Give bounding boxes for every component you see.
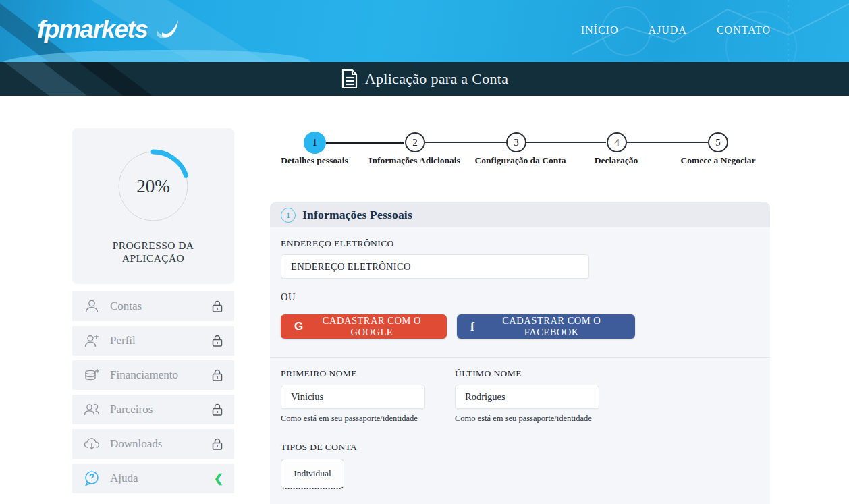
personal-info-panel: 1 Informações Pessoais ENDEREÇO ELETRÔNI… <box>270 202 770 504</box>
email-input[interactable] <box>281 254 589 279</box>
step-5-label: Comece a Negociar <box>681 155 756 166</box>
step-4-circle[interactable]: 4 <box>607 132 627 152</box>
account-types-label: TIPOS DE CONTA <box>281 442 759 453</box>
nav-inicio[interactable]: INÍCIO <box>581 24 619 36</box>
facebook-signup-button[interactable]: f CADASTRAR COM O FACEBOOK <box>457 314 635 339</box>
first-name-field: PRIMEIRO NOME Como está em seu passaport… <box>281 368 435 424</box>
lock-icon <box>211 403 223 416</box>
step-connector <box>627 142 708 143</box>
logo-swoosh-icon <box>151 15 181 45</box>
fpmarkets-logo[interactable]: fpmarkets <box>37 15 181 45</box>
sidebar-item-contas[interactable]: Contas <box>72 291 234 321</box>
account-type-individual[interactable]: Individual <box>281 459 344 489</box>
google-g-icon: G <box>294 320 304 333</box>
progress-percent: 20% <box>113 146 194 227</box>
section-header: 1 Informações Pessoais <box>270 202 770 227</box>
application-progress-card: 20% PROGRESSO DA APLICAÇÃO <box>72 128 234 283</box>
section-divider <box>270 357 770 358</box>
lock-icon <box>211 368 223 382</box>
sidebar-item-label: Financiamento <box>110 368 211 382</box>
section-body: ENDEREÇO ELETRÔNICO OU G CADASTRAR COM O… <box>270 227 770 500</box>
section-number-badge: 1 <box>281 208 296 223</box>
step-3-circle[interactable]: 3 <box>506 132 526 152</box>
sidebar-menu: Contas Perfil Financiamento <box>72 291 234 498</box>
progress-donut: 20% <box>113 146 194 227</box>
step-connector <box>526 142 606 143</box>
progress-caption: PROGRESSO DA APLICAÇÃO <box>72 239 234 265</box>
page-title: Aplicação para a Conta <box>365 70 508 88</box>
sidebar-item-ajuda[interactable]: Ajuda ❮ <box>72 464 234 493</box>
or-label: OU <box>281 291 759 303</box>
lock-icon <box>211 300 223 313</box>
step-5-circle[interactable]: 5 <box>708 132 728 152</box>
nav-contato[interactable]: CONTATO <box>717 24 771 36</box>
sidebar-item-label: Parceiros <box>110 403 211 416</box>
user-icon <box>83 298 101 315</box>
step-connector <box>326 142 404 144</box>
coins-plus-icon <box>83 366 101 384</box>
email-label: ENDEREÇO ELETRÔNICO <box>281 238 759 249</box>
last-name-label: ÚLTIMO NOME <box>455 368 609 379</box>
last-name-input[interactable] <box>455 385 599 409</box>
step-3-label: Configuração da Conta <box>474 155 566 166</box>
facebook-button-label: CADASTRAR COM O FACEBOOK <box>482 315 622 338</box>
sidebar-item-label: Contas <box>110 300 211 313</box>
banner-light-streak <box>0 62 314 96</box>
step-number: 2 <box>412 137 418 148</box>
document-icon <box>341 69 358 89</box>
name-fields-row: PRIMEIRO NOME Como está em seu passaport… <box>281 368 759 424</box>
user-plus-icon <box>83 332 101 349</box>
step-number: 3 <box>514 137 519 148</box>
top-navigation: INÍCIO AJUDA CONTATO <box>581 24 771 36</box>
step-number: 5 <box>715 137 721 148</box>
step-2-label: Informações Adicionais <box>368 155 460 166</box>
google-button-label: CADASTRAR COM O GOOGLE <box>310 315 433 338</box>
facebook-f-icon: f <box>470 320 475 334</box>
chevron-left-icon: ❮ <box>214 473 223 484</box>
step-1-circle[interactable]: 1 <box>304 132 326 154</box>
sidebar-item-downloads[interactable]: Downloads <box>72 429 234 459</box>
step-connector <box>425 142 506 143</box>
step-number: 4 <box>614 137 620 148</box>
step-number: 1 <box>312 137 318 148</box>
lock-icon <box>211 437 223 451</box>
social-signup-row: G CADASTRAR COM O GOOGLE f CADASTRAR COM… <box>281 314 759 339</box>
logo-text: fpmarkets <box>37 16 147 44</box>
sidebar-item-label: Ajuda <box>110 472 214 485</box>
cloud-download-icon <box>83 435 101 453</box>
nav-ajuda[interactable]: AJUDA <box>648 24 686 36</box>
section-title: Informações Pessoais <box>302 208 412 222</box>
lock-icon <box>211 334 223 347</box>
top-header: fpmarkets INÍCIO AJUDA CONTATO <box>0 0 849 62</box>
help-bubble-icon <box>83 470 101 487</box>
google-signup-button[interactable]: G CADASTRAR COM O GOOGLE <box>281 314 447 339</box>
last-name-field: ÚLTIMO NOME Como está em seu passaporte/… <box>455 368 609 424</box>
sidebar-item-parceiros[interactable]: Parceiros <box>72 395 234 424</box>
sidebar-item-label: Perfil <box>110 334 211 347</box>
account-application-page: fpmarkets INÍCIO AJUDA CONTATO Aplicação… <box>0 0 849 504</box>
first-name-input[interactable] <box>281 385 425 409</box>
sidebar-item-financiamento[interactable]: Financiamento <box>72 360 234 390</box>
sidebar-item-label: Downloads <box>110 437 211 451</box>
last-name-helper: Como está em seu passaporte/identidade <box>455 414 609 424</box>
step-4-label: Declaração <box>595 155 638 166</box>
page-banner: Aplicação para a Conta <box>0 62 849 96</box>
first-name-helper: Como está em seu passaporte/identidade <box>281 414 435 424</box>
step-1-label: Detalhes pessoais <box>281 155 348 166</box>
users-icon <box>83 401 101 418</box>
step-2-circle[interactable]: 2 <box>405 132 425 152</box>
account-type-label: Individual <box>294 468 331 479</box>
sidebar-item-perfil[interactable]: Perfil <box>72 326 234 356</box>
first-name-label: PRIMEIRO NOME <box>281 368 435 379</box>
